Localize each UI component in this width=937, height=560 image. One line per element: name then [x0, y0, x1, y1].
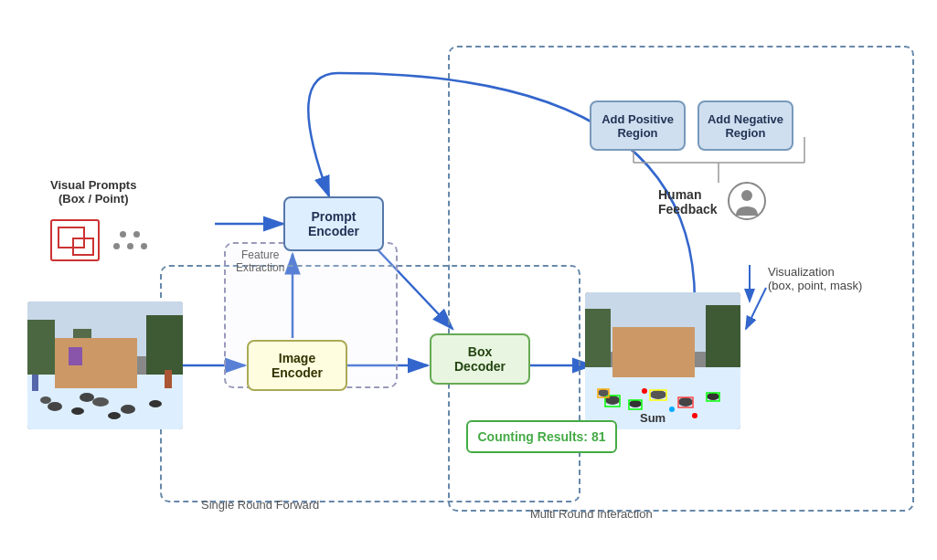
- human-feedback-label: HumanFeedback: [658, 187, 718, 217]
- svg-rect-19: [55, 338, 137, 388]
- svg-rect-30: [32, 375, 38, 391]
- svg-point-21: [48, 402, 62, 411]
- svg-rect-35: [612, 327, 695, 377]
- sum-label: Sum: [640, 411, 665, 425]
- human-feedback-icon: [727, 181, 767, 225]
- svg-point-50: [692, 413, 697, 418]
- prompt-encoder-node: PromptEncoder: [283, 196, 384, 251]
- svg-point-42: [678, 397, 693, 407]
- vp-box-icon: [50, 219, 100, 261]
- svg-point-44: [707, 393, 719, 400]
- image-encoder-node: ImageEncoder: [247, 340, 347, 391]
- svg-point-38: [629, 400, 642, 407]
- svg-point-28: [108, 412, 121, 419]
- svg-rect-29: [165, 370, 172, 388]
- multi-round-label: Multi Round Interaction: [530, 507, 653, 521]
- svg-point-49: [669, 407, 675, 412]
- add-negative-region-button[interactable]: Add NegativeRegion: [697, 100, 793, 151]
- diagram-container: Single Round Forward Multi Round Interac…: [0, 0, 937, 560]
- svg-point-52: [741, 190, 752, 201]
- svg-point-26: [40, 396, 51, 404]
- svg-point-48: [642, 388, 647, 394]
- result-image: [585, 292, 740, 429]
- svg-point-24: [121, 405, 135, 414]
- svg-point-46: [598, 389, 609, 396]
- box-decoder-node: BoxDecoder: [430, 333, 530, 385]
- svg-point-22: [71, 407, 84, 415]
- svg-point-27: [80, 393, 94, 402]
- feature-extraction-label: FeatureExtraction: [236, 248, 284, 274]
- svg-point-40: [650, 390, 666, 399]
- vp-dots-icon: [110, 219, 150, 261]
- svg-point-25: [149, 400, 162, 407]
- visual-prompts-label: Visual Prompts(Box / Point): [50, 178, 136, 206]
- input-image: [27, 301, 183, 429]
- visualization-label: Visualization(box, point, mask): [768, 265, 862, 292]
- add-positive-region-button[interactable]: Add PositiveRegion: [590, 100, 686, 151]
- counting-result: Counting Results: 81: [466, 420, 617, 453]
- svg-rect-20: [69, 347, 82, 365]
- svg-point-23: [92, 397, 109, 407]
- single-round-label: Single Round Forward: [201, 498, 319, 512]
